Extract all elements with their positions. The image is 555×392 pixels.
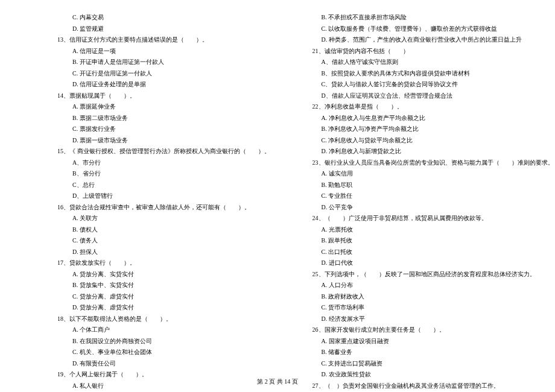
question-21: 21、诚信审贷的内容不包括（ ） — [312, 46, 554, 57]
q25-opt-b: B. 政府财政收入 — [312, 291, 554, 303]
question-26: 26、国家开发银行成立时的主要任务是（ ）。 — [312, 324, 554, 336]
q22-opt-b: B. 净利息收入与净资产平均余额之比 — [312, 124, 554, 135]
q15-opt-d: D、上级管辖行 — [57, 191, 270, 202]
q18-opt-b: B. 在我国设立的外商独资公司 — [57, 336, 270, 347]
question-17: 17、贷款发放实行（ ）。 — [57, 258, 270, 269]
q26-opt-a: A. 国家重点建设项目融资 — [312, 336, 554, 347]
q14-opt-a: A. 票据延伸业务 — [57, 101, 270, 113]
q22-opt-a: A. 净利息收入与生息资产平均余额之比 — [312, 113, 554, 124]
question-23: 23、银行业从业人员应当具备岗位所需的专业知识、资格与能力属于（ ）准则的要求。 — [312, 157, 554, 169]
q18-opt-a: A. 个体工商户 — [57, 324, 270, 336]
q15-opt-b: B、省分行 — [57, 168, 270, 180]
q13-opt-b: B. 开证申请人是信用证第一付款人 — [57, 57, 270, 68]
q21-opt-c: C、贷款人与借款人签订完备的贷款合同等协议文件 — [312, 79, 554, 90]
q18-opt-d: D. 有限责任公司 — [57, 358, 270, 370]
q21-opt-b: B、按照贷款人要求的具体方式和内容提供贷款申请材料 — [312, 68, 554, 80]
q25-opt-d: D. 经济发展水平 — [312, 314, 554, 325]
question-18: 18、以下不能取得法人资格的是（ ）。 — [57, 314, 270, 325]
q16-opt-a: A. 关联方 — [57, 213, 270, 224]
q23-opt-c: C. 专业胜任 — [312, 191, 554, 202]
q20-opt-c: C. 以收取服务费（手续费、管理费等）、赚取价差的方式获得收益 — [312, 24, 554, 35]
question-13: 13、信用证支付方式的主要特点描述错误的是（ ）。 — [57, 34, 270, 46]
q17-opt-c: C. 贷放分离、虚贷实付 — [57, 291, 270, 303]
q14-opt-d: D. 票据一级市场业务 — [57, 135, 270, 147]
q24-opt-d: D. 进口代收 — [312, 258, 554, 269]
question-22: 22、净利息收益率是指（ ）。 — [312, 101, 554, 113]
q21-opt-d: D、借款人应证明其设立合法、经营管理合规合法 — [312, 90, 554, 102]
q17-opt-d: D. 贷放分离、虚贷实付 — [57, 302, 270, 314]
q26-opt-c: C. 支持进出口贸易融资 — [312, 358, 554, 370]
q22-opt-c: C. 净利息收入与贷款平均余额之比 — [312, 135, 554, 147]
q24-opt-a: A. 光票托收 — [312, 224, 554, 236]
q15-opt-c: C、总行 — [57, 180, 270, 191]
right-column: B. 不承担或不直接承担市场风险 C. 以收取服务费（手续费、管理费等）、赚取价… — [312, 12, 554, 374]
q24-opt-c: C. 出口托收 — [312, 247, 554, 258]
question-25: 25、下列选项中，（ ）反映了一国和地区商品经济的发育程度和总体经济实力。 — [312, 269, 554, 280]
question-16: 16、贷款合法合规性审查中，被审查人除借款人外，还可能有（ ）。 — [57, 202, 270, 213]
q16-opt-b: B. 债权人 — [57, 224, 270, 236]
page-content: C. 内幕交易 D. 监管规避 13、信用证支付方式的主要特点描述错误的是（ ）… — [0, 0, 555, 374]
left-column: C. 内幕交易 D. 监管规避 13、信用证支付方式的主要特点描述错误的是（ ）… — [57, 12, 270, 374]
question-15: 15、《 商业银行授权、授信管理暂行办法》所称授权人为商业银行的（ ）。 — [57, 146, 270, 157]
q23-opt-b: B. 勤勉尽职 — [312, 180, 554, 191]
q24-opt-b: B. 跟单托收 — [312, 235, 554, 247]
q23-opt-a: A. 诚实信用 — [312, 168, 554, 180]
q20-opt-d: D. 种类多、范围广，产生的收入在商业银行营业收入中所占的比重日益上升 — [312, 34, 554, 46]
q23-opt-d: D. 公平竞争 — [312, 202, 554, 213]
option-c: C. 内幕交易 — [57, 12, 270, 24]
q26-opt-b: B. 储蓄业务 — [312, 347, 554, 358]
q18-opt-c: C. 机关、事业单位和社会团体 — [57, 347, 270, 358]
q25-opt-a: A. 人口分布 — [312, 280, 554, 291]
q14-opt-c: C. 票据发行业务 — [57, 124, 270, 135]
question-14: 14、票据贴现属于（ ）。 — [57, 90, 270, 102]
q22-opt-d: D. 净利息收入与新增贷款之比 — [312, 146, 554, 157]
q17-opt-a: A. 贷放分离、实贷实付 — [57, 269, 270, 280]
q13-opt-d: D. 信用证业务处理的是单据 — [57, 79, 270, 90]
q17-opt-b: B. 贷放集中、实贷实付 — [57, 280, 270, 291]
option-d: D. 监管规避 — [57, 24, 270, 35]
q13-opt-a: A. 信用证是一项 — [57, 46, 270, 57]
q20-opt-b: B. 不承担或不直接承担市场风险 — [312, 12, 554, 24]
page-footer: 第 2 页 共 14 页 — [0, 378, 555, 386]
q13-opt-c: C. 开证行是信用证第一付款人 — [57, 68, 270, 80]
q21-opt-a: A、借款人恪守诚实守信原则 — [312, 57, 554, 68]
q25-opt-c: C. 货币市场利率 — [312, 302, 554, 314]
q16-opt-d: D. 担保人 — [57, 247, 270, 258]
q15-opt-a: A、市分行 — [57, 157, 270, 169]
q16-opt-c: C. 债务人 — [57, 235, 270, 247]
question-24: 24、（ ）广泛使用于非贸易结算，或贸易从属费用的收款等。 — [312, 213, 554, 224]
q14-opt-b: B. 票据二级市场业务 — [57, 113, 270, 124]
